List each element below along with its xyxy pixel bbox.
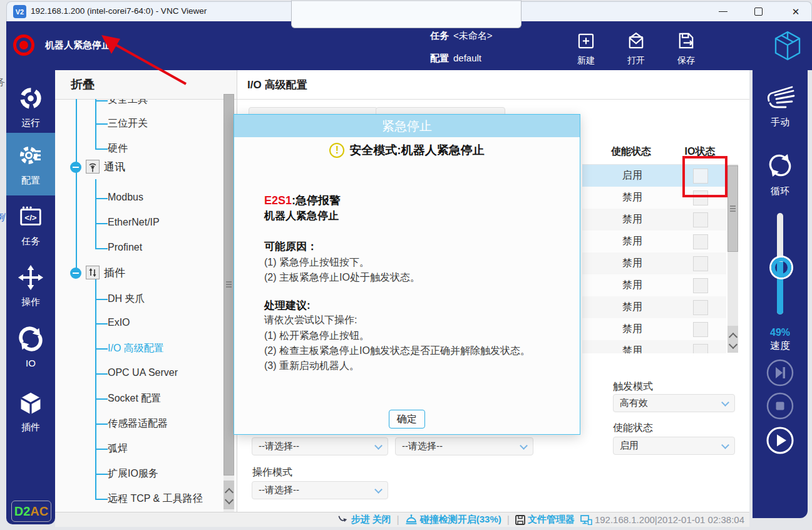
tree-item[interactable]: 硬件 [108,142,128,155]
step-button[interactable] [766,359,794,387]
config-tree-panel: 折叠 安全工具 三位开关 硬件 通讯 Modbus EtherNet/IP P [55,70,237,512]
maximize-button[interactable] [744,2,772,21]
table-scroll-buttons[interactable] [727,326,738,353]
connection-status: 192.168.1.200|2012-01-01 02:38:04 [580,514,744,525]
annotation-rectangle [682,156,727,197]
tree-scroll-buttons[interactable] [224,481,234,509]
dialog-titlebar: 紧急停止 [234,115,580,137]
status-separator: | [397,514,399,526]
scroll-down-icon[interactable] [728,340,737,348]
table-row[interactable]: 禁用 [582,296,726,319]
io-state-checkbox[interactable] [693,212,708,227]
cycle-mode-button[interactable]: 循环 [753,152,808,197]
manual-mode-button[interactable]: 手动 [753,84,808,128]
table-scrollbar[interactable] [727,164,738,353]
io-state-checkbox[interactable] [693,234,708,249]
io-state-checkbox[interactable] [693,256,708,271]
select-dropdown[interactable]: --请选择-- [252,437,388,455]
operation-mode-label: 操作模式 [252,466,292,479]
nav-item-io[interactable]: IO [6,326,55,368]
right-sidebar: 手动 循环 49% 速度 [753,70,808,518]
config-gear-icon [17,142,44,172]
dialog-title: 紧急停止 [382,118,432,135]
scroll-down-icon[interactable] [224,496,233,504]
table-row[interactable]: 禁用 [582,252,726,275]
io-state-checkbox[interactable] [693,322,708,337]
table-row[interactable]: 禁用 [582,231,726,253]
d2ac-logo-right: AC [30,504,48,519]
io-state-checkbox[interactable] [693,300,708,315]
table-scrollbar-thumb[interactable] [727,165,738,252]
code-window-icon: </> [18,204,44,232]
tree-item[interactable]: DH 夹爪 [108,293,145,306]
desktop-edge-text: 例 [0,212,4,224]
nav-item-run[interactable]: 运行 [6,85,55,129]
tree-item[interactable]: 弧焊 [108,442,128,455]
io-state-checkbox[interactable] [693,278,708,293]
nav-item-label: 配置 [21,175,40,187]
save-button[interactable]: 保存 [667,30,705,65]
task-label: 任务 [430,30,449,42]
cause-item: (1) 紧急停止按钮按下。 [264,256,369,269]
warning-icon [329,143,344,158]
nav-item-plugin[interactable]: 插件 [6,391,55,434]
minimize-button[interactable] [709,2,737,21]
stop-button[interactable] [766,392,794,420]
select-placeholder: --请选择-- [259,440,299,452]
tree-item[interactable]: Profinet [108,242,142,253]
table-row[interactable]: 禁用 [582,274,726,297]
table-row[interactable]: 禁用 [582,318,726,341]
cause-item: (2) 主板紧急停止IO处于触发状态。 [264,271,420,284]
vnc-toolbar-strip[interactable] [291,0,522,28]
speed-label: 速度 [753,340,808,353]
tree-item-selected[interactable]: I/O 高级配置 [108,342,164,355]
suggest-item: (1) 松开紧急停止按钮。 [264,330,369,343]
table-row[interactable]: 禁用 [582,209,726,231]
tree-scrollbar[interactable] [224,94,234,512]
maximize-icon [754,8,763,16]
tree-collapse-toggle[interactable] [70,162,81,173]
nav-item-operate[interactable]: 操作 [6,264,55,308]
ok-button[interactable]: 确定 [389,410,425,429]
close-button[interactable]: ✕ [781,2,811,21]
trigger-mode-value: 高有效 [620,397,648,409]
operation-mode-dropdown[interactable]: --请选择-- [252,481,388,499]
select-dropdown[interactable]: --请选择-- [395,437,533,455]
tree-collapse-toggle[interactable] [70,268,81,279]
speed-slider-thumb[interactable] [771,257,791,278]
tree-item[interactable]: ExIO [108,317,130,328]
tree-item[interactable]: 通讯 [104,160,125,174]
tree-item[interactable]: 传感器适配器 [108,417,168,430]
tree-item[interactable]: 三位开关 [108,117,148,130]
file-manager-button[interactable]: 文件管理器 [515,514,575,526]
io-state-checkbox[interactable] [693,344,708,353]
svg-text:</>: </> [24,213,37,222]
tree-item[interactable]: 远程 TCP & 工具路径 [108,492,203,506]
nav-item-task[interactable]: </> 任务 [6,204,55,247]
tree-body: 安全工具 三位开关 硬件 通讯 Modbus EtherNet/IP Profi… [55,99,237,512]
save-icon [676,30,697,54]
tree-item[interactable]: 扩展IO服务 [108,467,158,481]
table-row[interactable]: 禁用 [582,340,726,353]
enable-state-label: 使能状态 [613,422,653,435]
tree-scrollbar-thumb[interactable] [224,94,234,475]
tree-item[interactable]: EtherNet/IP [108,217,160,228]
tree-item[interactable]: OPC UA Server [108,367,178,378]
trigger-mode-dropdown[interactable]: 高有效 [613,394,735,412]
open-button[interactable]: 打开 [617,30,655,65]
page-title: I/O 高级配置 [247,78,307,92]
tree-item[interactable]: 安全工具 [108,99,148,107]
enable-state-dropdown[interactable]: 启用 [613,437,735,455]
play-button[interactable] [766,427,794,454]
causes-title: 可能原因： [264,239,317,254]
step-status[interactable]: 步进 关闭 [337,514,391,526]
tree-item[interactable]: Modbus [108,192,143,203]
tree-trunk-line [76,99,77,274]
tree-item[interactable]: 插件 [104,266,125,280]
collision-status[interactable]: 碰撞检测开启(33%) [405,514,501,526]
nav-item-config[interactable]: 配置 [6,133,55,195]
play-icon [766,427,794,454]
tree-item[interactable]: Socket 配置 [108,392,161,405]
new-button[interactable]: 新建 [567,30,605,65]
nav-item-label: 任务 [21,236,40,247]
